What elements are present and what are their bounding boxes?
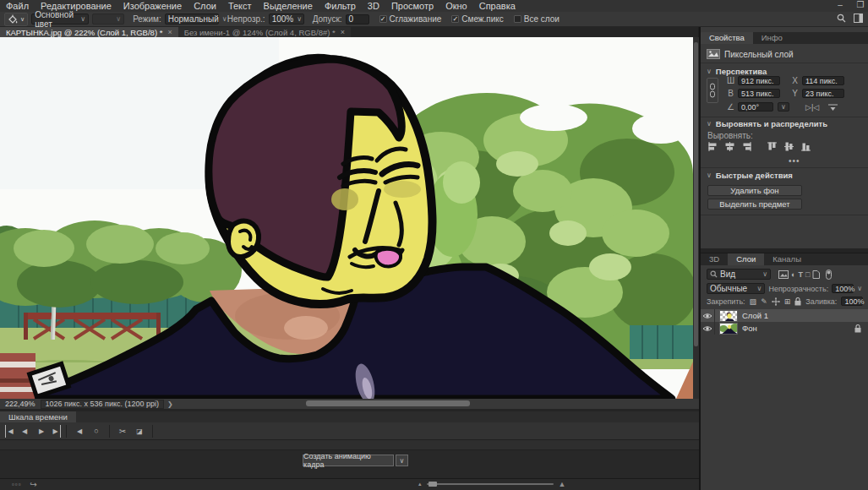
- angle-input[interactable]: 0,00°: [738, 102, 773, 112]
- timeline-zoom-in-icon[interactable]: ▲: [559, 480, 566, 488]
- align-top-icon[interactable]: [767, 142, 777, 151]
- pattern-picker[interactable]: ∨: [92, 14, 124, 24]
- align-bottom-icon[interactable]: [801, 142, 811, 151]
- transform-section-header[interactable]: ∨ Перспектива: [701, 67, 868, 76]
- document-tab-inactive[interactable]: Без имени-1 @ 124% (Слой 4, RGB/8#) * ×: [178, 27, 351, 37]
- align-section-header[interactable]: ∨ Выровнять и распределить: [701, 119, 868, 128]
- select-subject-button[interactable]: Выделить предмет: [707, 199, 802, 210]
- visibility-eye-icon[interactable]: [701, 309, 715, 322]
- opacity-label: Непрозрачность:: [768, 285, 828, 293]
- search-icon[interactable]: [837, 14, 846, 23]
- y-input[interactable]: 23 пикс.: [802, 89, 844, 98]
- opacity-select[interactable]: 100%∨: [269, 14, 304, 24]
- tab-layers[interactable]: Слои: [728, 253, 764, 265]
- tab-channels[interactable]: Каналы: [764, 253, 810, 265]
- flip-horizontal-icon[interactable]: ▷|◁: [805, 103, 819, 112]
- menu-3d[interactable]: 3D: [362, 0, 385, 12]
- tab-info[interactable]: Инфо: [753, 32, 791, 44]
- mode-select[interactable]: Нормальный∨: [165, 14, 219, 24]
- angle-dropdown[interactable]: ∨: [778, 102, 789, 112]
- align-center-v-icon[interactable]: [784, 142, 794, 151]
- vertical-scrollbar-thumb[interactable]: [694, 42, 698, 346]
- x-input[interactable]: 114 пикс.: [802, 76, 844, 85]
- layer-thumbnail[interactable]: [719, 310, 738, 322]
- lock-pixels-icon[interactable]: ✎: [761, 297, 767, 306]
- more-options-icon[interactable]: •••: [789, 156, 868, 166]
- minimize-button[interactable]: –: [834, 0, 846, 9]
- zoom-level[interactable]: 222,49%: [0, 400, 41, 408]
- lock-position-icon[interactable]: [772, 297, 780, 306]
- menu-select[interactable]: Выделение: [258, 0, 319, 12]
- layer-opacity-input[interactable]: 100%: [832, 284, 854, 293]
- paint-bucket-tool-button[interactable]: ∨: [4, 13, 28, 26]
- menu-layers[interactable]: Слои: [188, 0, 222, 12]
- all-layers-checkbox[interactable]: Все слои: [514, 14, 560, 24]
- frame-animation-icon[interactable]: ▫▫▫: [12, 481, 22, 488]
- close-icon[interactable]: ×: [167, 28, 172, 36]
- filter-toggle-switch[interactable]: [826, 270, 832, 280]
- layer-name[interactable]: Фон: [742, 324, 757, 333]
- timeline-zoom-slider[interactable]: [427, 483, 554, 485]
- play-button[interactable]: ▶: [34, 425, 49, 438]
- blend-mode-select[interactable]: Обычные∨: [707, 283, 765, 294]
- timeline-settings-button[interactable]: ○: [89, 425, 104, 438]
- flip-vertical-icon[interactable]: [828, 103, 838, 112]
- create-animation-dropdown[interactable]: ∨: [396, 455, 408, 466]
- layer-name[interactable]: Слой 1: [742, 311, 768, 320]
- first-frame-button[interactable]: ◀: [5, 425, 15, 438]
- timeline-tab[interactable]: Шкала времени: [0, 411, 76, 422]
- audio-mute-button[interactable]: ◀: [72, 425, 87, 438]
- filter-smart-objects-icon[interactable]: [812, 270, 820, 279]
- link-dimensions-toggle[interactable]: [707, 78, 718, 103]
- layer-fill-input[interactable]: 100%: [841, 297, 863, 306]
- timeline-zoom-out-icon[interactable]: ▴: [418, 481, 422, 487]
- width-input[interactable]: 912 пикс.: [738, 76, 780, 85]
- remove-background-button[interactable]: Удалить фон: [707, 185, 802, 196]
- menu-help[interactable]: Справка: [473, 0, 521, 12]
- lock-artboard-icon[interactable]: ⊞: [784, 297, 791, 306]
- layer-row-background[interactable]: Фон: [701, 322, 868, 335]
- height-input[interactable]: 513 пикс.: [738, 89, 780, 98]
- vertical-scrollbar[interactable]: [693, 37, 699, 399]
- layer-thumbnail[interactable]: [719, 323, 738, 335]
- lock-all-icon[interactable]: [794, 297, 801, 306]
- menu-type[interactable]: Текст: [222, 0, 258, 12]
- tab-3d[interactable]: 3D: [701, 253, 728, 265]
- menu-filter[interactable]: Фильтр: [319, 0, 362, 12]
- document-tab-active[interactable]: КАРТЫНКА.jpg @ 222% (Слой 1, RGB/8) * ×: [0, 27, 178, 37]
- canvas-viewport[interactable]: [0, 37, 693, 399]
- layer-row-layer1[interactable]: Слой 1: [701, 309, 868, 322]
- filter-shape-layers-icon[interactable]: □: [805, 270, 810, 279]
- close-icon[interactable]: ×: [341, 28, 345, 36]
- transition-button[interactable]: ◪: [132, 425, 147, 438]
- create-frame-animation-button[interactable]: Создать анимацию кадра: [303, 455, 394, 466]
- workspace-switcher-icon[interactable]: [854, 14, 863, 23]
- restore-button[interactable]: ❐: [854, 0, 866, 9]
- filter-type-layers-icon[interactable]: T: [798, 270, 803, 279]
- timeline-zoom-thumb[interactable]: [429, 482, 437, 487]
- convert-timeline-icon[interactable]: ↪: [30, 480, 37, 489]
- layer-filter-select[interactable]: Вид ∨: [707, 269, 771, 280]
- lock-transparency-icon[interactable]: ▨: [750, 297, 757, 306]
- previous-frame-button[interactable]: ◀: [17, 425, 32, 438]
- split-clip-button[interactable]: ✂: [115, 425, 130, 438]
- fill-source-select[interactable]: Основной цвет∨: [31, 14, 89, 24]
- filter-adjustment-layers-icon[interactable]: ◐: [791, 270, 795, 279]
- menu-window[interactable]: Окно: [439, 0, 473, 12]
- horizontal-scrollbar-thumb[interactable]: [306, 400, 470, 406]
- align-left-icon[interactable]: [708, 142, 718, 151]
- filter-pixel-layers-icon[interactable]: [778, 270, 789, 279]
- tolerance-input[interactable]: 0: [346, 14, 369, 24]
- menu-image[interactable]: Изображение: [117, 0, 188, 12]
- align-center-h-icon[interactable]: [725, 142, 734, 151]
- visibility-eye-icon[interactable]: [701, 322, 715, 335]
- status-popup-arrow-icon[interactable]: ❯: [167, 400, 173, 408]
- contiguous-checkbox[interactable]: ✓ Смеж.пикс: [451, 14, 504, 24]
- next-frame-button[interactable]: ▶: [51, 425, 61, 438]
- align-right-icon[interactable]: [742, 142, 751, 151]
- menu-file[interactable]: Файл: [0, 0, 35, 12]
- menu-view[interactable]: Просмотр: [385, 0, 439, 12]
- antialias-checkbox[interactable]: ✓ Сглаживание: [379, 14, 442, 24]
- tab-properties[interactable]: Свойства: [701, 32, 753, 44]
- quick-actions-header[interactable]: ∨ Быстрые действия: [701, 171, 868, 180]
